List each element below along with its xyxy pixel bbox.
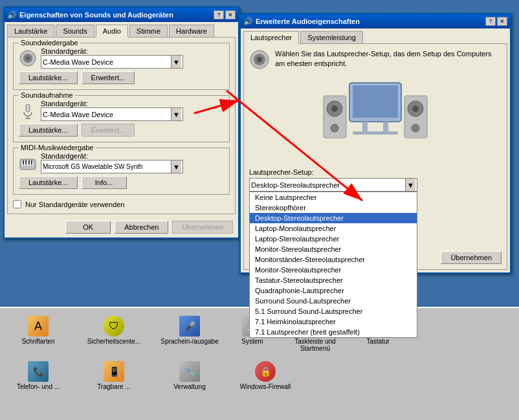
svg-rect-12 [23, 160, 24, 164]
combo-arrow-3[interactable]: ▼ [171, 160, 181, 173]
svg-point-30 [412, 105, 419, 112]
dropdown-item-6[interactable]: Monitorständer-Stereolautsprecher [250, 254, 417, 265]
icon-label: Schriftarten [21, 338, 54, 345]
soundaufnahme-label: Soundaufnahme [19, 91, 75, 99]
soundwiedergabe-std-label: Standardgerät: [41, 47, 183, 55]
svg-rect-20 [353, 85, 398, 118]
microphone-icon [19, 102, 37, 120]
tab-systemleistung[interactable]: Systemleistung [300, 31, 363, 43]
dropdown-item-13[interactable]: 7.1 Lautsprecher (breit gestaffelt) [250, 327, 417, 337]
audio-tab-content: Soundwiedergabe Standardgerät: C-Media W… [7, 37, 236, 214]
combo-arrow-1[interactable]: ▼ [171, 56, 181, 68]
midi-lautstarke-btn[interactable]: Lautstärke... [19, 176, 78, 189]
setup-dropdown-open[interactable]: Keine Lautsprecher Stereokopfhörer Deskt… [249, 192, 417, 338]
soundaufnahme-section: Soundaufnahme Standardgerät: C-Me [13, 95, 230, 142]
erweiterte-ubernehmen-btn[interactable]: Übernehmen [441, 251, 502, 264]
dropdown-item-7[interactable]: Monitor-Stereolautsprecher [250, 265, 417, 275]
sounds-tabs: Lautstärke Sounds Audio Stimme Hardware [5, 22, 238, 37]
tab-lautsprecher[interactable]: Lautsprecher [243, 31, 299, 44]
icon-label: Taskleiste undStartmenü [294, 338, 335, 352]
dropdown-item-0[interactable]: Keine Lautsprecher [250, 192, 417, 203]
setup-combo-arrow[interactable]: ▼ [405, 179, 415, 191]
dropdown-item-1[interactable]: Stereokopfhörer [250, 203, 417, 213]
dropdown-item-5[interactable]: Monitor-Stereolautsprecher [250, 244, 417, 254]
dropdown-item-8[interactable]: Tastatur-Stereolautsprecher [250, 275, 417, 285]
svg-rect-23 [353, 131, 398, 135]
icon-verwaltung[interactable]: 🔧 Verwaltung [154, 359, 225, 393]
icon-sicherheit[interactable]: 🛡 Sicherheitscente... [75, 313, 153, 355]
midi-combo[interactable]: Microsoft GS Wavetable SW Synth ▼ [41, 160, 183, 173]
erweiterte-tabs: Lautsprecher Systemleistung [241, 28, 510, 43]
erweiterte-close-button[interactable]: ✕ [497, 17, 507, 26]
soundwiedergabe-erweitert-btn[interactable]: Erweitert... [82, 71, 135, 84]
dropdown-item-12[interactable]: 7.1 Heimkinolautsprecher [250, 316, 417, 327]
icon-label: System [241, 338, 263, 345]
erweiterte-window: 🔊 Erweiterte Audioeigenschaften ? ✕ Laut… [239, 13, 511, 274]
dropdown-item-11[interactable]: 5.1 Surround Sound-Lautsprecher [250, 306, 417, 316]
combo-arrow-2[interactable]: ▼ [171, 108, 181, 120]
titlebar-icon-sounds: 🔊 [7, 10, 17, 19]
svg-rect-9 [27, 160, 28, 166]
svg-point-27 [331, 124, 338, 132]
speaker-graphic-area [249, 76, 502, 162]
svg-rect-13 [25, 160, 27, 164]
help-button[interactable]: ? [214, 10, 224, 19]
close-button[interactable]: ✕ [225, 10, 236, 19]
svg-point-26 [331, 105, 338, 112]
soundwiedergabe-lautstarke-btn[interactable]: Lautstärke... [19, 71, 78, 84]
tab-stimme[interactable]: Stimme [129, 25, 168, 37]
soundaufnahme-combo[interactable]: C-Media Wave Device ▼ [41, 107, 183, 121]
lautsprecher-content: Wählen Sie das Lautsprecher-Setup, das d… [243, 43, 507, 270]
svg-point-2 [26, 56, 30, 60]
svg-rect-15 [31, 160, 32, 164]
abbrechen-button[interactable]: Abbrechen [115, 221, 168, 234]
ok-button[interactable]: OK [65, 221, 111, 234]
svg-rect-21 [362, 122, 368, 131]
soundwiedergabe-label: Soundwiedergabe [19, 39, 80, 47]
tab-hardware[interactable]: Hardware [169, 25, 214, 37]
icon-telefon[interactable]: 📞 Telefon- und ... [3, 359, 74, 393]
tab-sounds[interactable]: Sounds [56, 25, 94, 37]
icon-label: Sicherheitscente... [87, 338, 140, 345]
checkbox-label: Nur Standardgeräte verwenden [25, 201, 124, 208]
lautsprecher-description: Wählen Sie das Lautsprecher-Setup, das d… [275, 49, 502, 69]
icon-sprachein[interactable]: 🎤 Sprachein-/ausgabe [154, 313, 225, 355]
midi-info-btn[interactable]: Info... [82, 176, 127, 189]
dropdown-item-4[interactable]: Laptop-Stereolautsprecher [250, 234, 417, 244]
titlebar-icon-erweiterte: 🔊 [243, 17, 253, 26]
midi-section: MIDI-Musikwiedergabe [13, 148, 230, 195]
speaker-illustration [311, 76, 440, 160]
dropdown-item-10[interactable]: Surround Sound-Lautsprecher [250, 296, 417, 306]
tab-audio[interactable]: Audio [96, 25, 128, 38]
svg-point-31 [412, 124, 419, 132]
icon-label: Verwaltung [173, 383, 205, 390]
speaker-icon [19, 49, 37, 67]
icon-schriftarten[interactable]: A Schriftarten [3, 313, 74, 355]
icon-firewall[interactable]: 🔒 Windows-Firewall [226, 359, 304, 393]
soundwiedergabe-combo[interactable]: C-Media Wave Device ▼ [41, 55, 183, 69]
tab-lautstarke[interactable]: Lautstärke [7, 25, 54, 37]
setup-combo[interactable]: Desktop-Stereolautsprecher ▼ [249, 178, 417, 192]
midi-std-label: Standardgerät: [41, 152, 183, 160]
erweiterte-help-button[interactable]: ? [485, 17, 496, 26]
erweiterte-window-title: Erweiterte Audioeigenschaften [256, 17, 360, 25]
soundaufnahme-lautstarke-btn[interactable]: Lautstärke... [19, 124, 78, 137]
dropdown-item-9[interactable]: Quadraphonie-Lautsprecher [250, 285, 417, 296]
icon-label: Windows-Firewall [240, 383, 291, 390]
midi-icon [19, 154, 37, 172]
soundaufnahme-std-label: Standardgerät: [41, 100, 183, 107]
dropdown-item-2[interactable]: Desktop-Stereolautsprecher [250, 213, 417, 223]
bottom-buttons: OK Abbrechen Übernehmen [5, 217, 238, 238]
dropdown-item-3[interactable]: Laptop-Monolautsprecher [250, 223, 417, 234]
icon-label: Tragbare ... [97, 383, 130, 390]
setup-combo-label: Lautsprecher-Setup: [249, 168, 502, 176]
soundaufnahme-erweitert-btn: Erweitert... [82, 124, 135, 137]
speaker-setup-icon [249, 49, 270, 70]
icon-tragbare[interactable]: 📱 Tragbare ... [75, 359, 153, 393]
midi-label: MIDI-Musikwiedergabe [19, 144, 95, 151]
standardgerate-checkbox[interactable] [13, 200, 21, 208]
icon-label: Tastatur [366, 338, 390, 345]
ubernehmen-button[interactable]: Übernehmen [172, 221, 233, 234]
checkbox-row: Nur Standardgeräte verwenden [13, 200, 230, 208]
sounds-window: 🔊 Eigenschaften von Sounds und Audiogerä… [3, 6, 239, 239]
